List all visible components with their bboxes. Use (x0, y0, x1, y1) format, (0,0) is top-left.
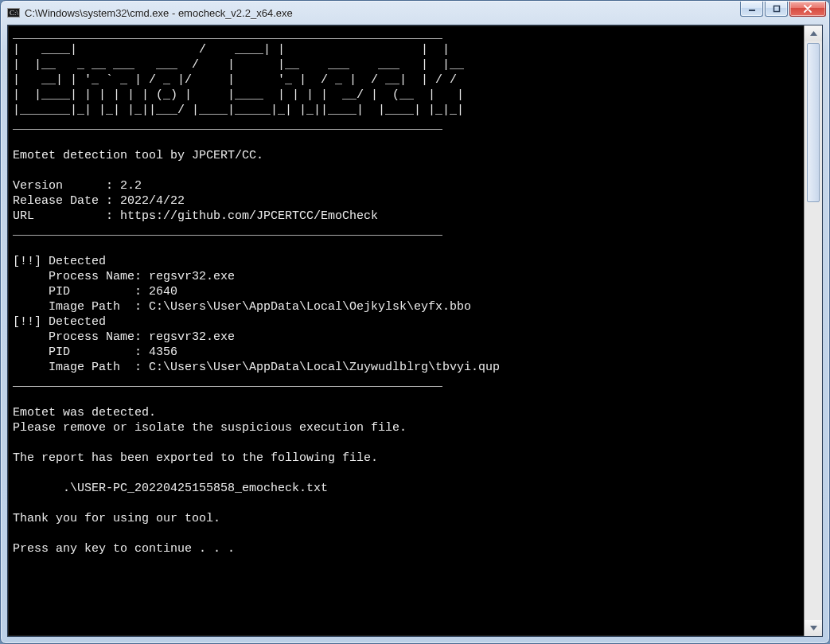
minimize-button[interactable] (740, 2, 763, 17)
thanks-line: Thank you for using our tool. (13, 512, 220, 525)
console-output[interactable]: ________________________________________… (8, 25, 804, 636)
version-value: 2.2 (120, 179, 142, 193)
path-label: Image Path : (13, 300, 149, 314)
ascii-line: ________________________________________… (13, 28, 442, 41)
image-path: C:\Users\User\AppData\Local\Oejkylsk\eyf… (149, 300, 471, 314)
client-area: ________________________________________… (7, 25, 823, 637)
path-label: Image Path : (13, 361, 149, 374)
detection-header: [!!] Detected (13, 255, 106, 268)
svg-rect-3 (773, 6, 779, 12)
url-value: https://github.com/JPCERTCC/EmoCheck (120, 209, 378, 223)
window-title: C:\Windows\system32\cmd.exe - emocheck_v… (25, 7, 293, 19)
separator: ________________________________________… (13, 224, 442, 238)
summary-line: Emotet was detected. (13, 406, 156, 420)
continue-prompt: Press any key to continue . . . (13, 542, 235, 556)
tagline: Emotet detection tool by JPCERT/CC. (13, 149, 263, 162)
separator: ________________________________________… (13, 376, 442, 389)
detection-header: [!!] Detected (13, 315, 106, 329)
release-value: 2022/4/22 (120, 194, 185, 208)
scroll-up-button[interactable] (805, 25, 822, 41)
ascii-line: | |__ _ __ ___ ___ / | |__ ___ ___ | |__ (13, 58, 464, 72)
report-line: The report has been exported to the foll… (13, 451, 378, 465)
pid-value: 4356 (149, 345, 177, 359)
ascii-line: | __| | '_ ` _ | / _ |/ | '_ | / _ | / _… (13, 73, 457, 87)
summary-line: Please remove or isolate the suspicious … (13, 421, 407, 435)
image-path: C:\Users\User\AppData\Local\Zuywudlblrg\… (149, 361, 500, 374)
proc-name: regsvr32.exe (149, 330, 235, 344)
ascii-line: ________________________________________… (13, 119, 442, 132)
close-button[interactable] (789, 2, 826, 17)
report-file: .\USER-PC_20220425155858_emocheck.txt (13, 482, 328, 495)
proc-name: regsvr32.exe (149, 270, 235, 283)
version-label: Version (13, 179, 63, 193)
cmd-icon: C:\ (7, 6, 20, 19)
vertical-scrollbar[interactable] (804, 25, 822, 636)
ascii-line: | ____| / ____| | | | (13, 43, 450, 57)
svg-rect-2 (749, 10, 755, 11)
ascii-line: |_______|_| |_| |_||___/ |____|_____|_| … (13, 103, 464, 117)
scrollbar-thumb[interactable] (807, 43, 820, 202)
maximize-button[interactable] (765, 2, 788, 17)
svg-text:C:\: C:\ (10, 9, 19, 17)
window-controls (740, 2, 826, 17)
app-window: C:\ C:\Windows\system32\cmd.exe - emoche… (0, 0, 830, 644)
ascii-line: | |____| | | | | | (_) | |____ | | | | _… (13, 88, 464, 102)
pid-label: PID : (13, 285, 149, 299)
url-label: URL (13, 209, 34, 223)
scroll-down-button[interactable] (805, 620, 822, 636)
pid-value: 2640 (149, 285, 177, 299)
titlebar[interactable]: C:\ C:\Windows\system32\cmd.exe - emoche… (1, 1, 829, 25)
release-label: Release Date (13, 194, 99, 208)
proc-label: Process Name: (13, 270, 149, 283)
pid-label: PID : (13, 345, 149, 359)
proc-label: Process Name: (13, 330, 149, 344)
